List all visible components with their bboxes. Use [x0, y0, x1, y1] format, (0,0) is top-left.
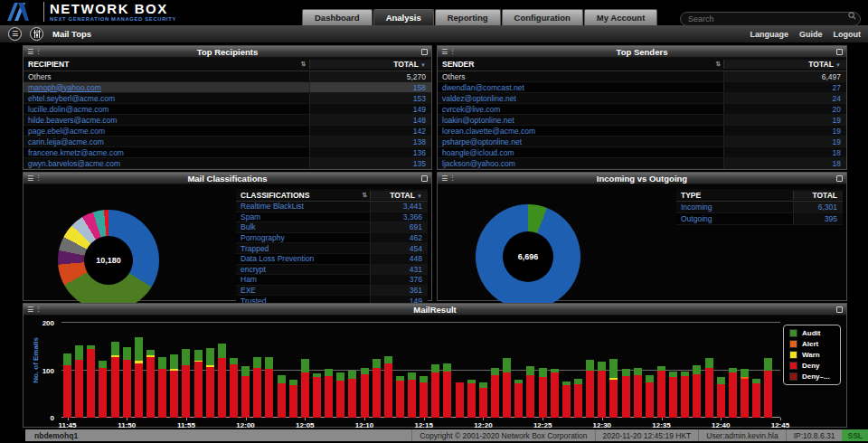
row-link[interactable]: cvrcek@live.com [438, 105, 723, 114]
settings-sliders-icon[interactable]: ⫶ [451, 173, 453, 184]
bar-27[interactable] [384, 356, 392, 418]
list-icon[interactable]: ☰ [27, 173, 33, 184]
bar-18[interactable] [278, 375, 286, 418]
column-header-classifications[interactable]: CLASSIFICATIONS⇅ [236, 191, 370, 200]
row-link[interactable]: Spam [236, 212, 370, 222]
bar-14[interactable] [230, 358, 238, 418]
row-link[interactable]: encrypt [236, 265, 370, 274]
bar-2[interactable] [87, 345, 95, 418]
bar-7[interactable] [146, 350, 155, 418]
bar-5[interactable] [123, 347, 131, 418]
tab-configuration[interactable]: Configuration [502, 9, 583, 25]
bar-31[interactable] [431, 364, 439, 418]
bar-17[interactable] [265, 357, 273, 418]
bar-26[interactable] [373, 359, 381, 418]
column-header-total[interactable]: TOTAL ▼ [723, 60, 846, 69]
bar-47[interactable] [622, 369, 630, 418]
bar-32[interactable] [443, 363, 451, 418]
bar-53[interactable] [693, 365, 701, 418]
bar-54[interactable] [705, 358, 713, 418]
bar-22[interactable] [325, 369, 333, 418]
bar-28[interactable] [396, 376, 404, 418]
classifications-donut-chart[interactable]: 10,180 [58, 210, 159, 311]
bar-15[interactable] [241, 366, 250, 418]
bar-39[interactable] [526, 366, 534, 418]
language-link[interactable]: Language [750, 30, 788, 39]
bar-57[interactable] [741, 369, 749, 418]
tab-reporting[interactable]: Reporting [435, 9, 501, 25]
bar-20[interactable] [301, 359, 309, 418]
row-link[interactable]: francene.kmetz@acme.com [24, 148, 309, 157]
list-icon[interactable]: ☰ [27, 46, 33, 58]
search-icon[interactable] [848, 12, 856, 20]
row-link[interactable]: Realtime BlackList [236, 202, 370, 211]
bar-56[interactable] [729, 368, 737, 418]
bar-30[interactable] [420, 376, 428, 418]
list-icon[interactable]: ☰ [441, 173, 448, 184]
bar-29[interactable] [408, 372, 416, 418]
bar-52[interactable] [681, 372, 689, 418]
row-link[interactable]: Pornography [236, 233, 370, 242]
row-link[interactable]: ljackson@yahoo.com [438, 159, 723, 168]
sort-icon[interactable]: ⇅ [716, 61, 722, 68]
settings-sliders-icon[interactable]: ⫶ [451, 46, 453, 58]
bar-49[interactable] [646, 375, 654, 418]
bar-45[interactable] [598, 362, 606, 418]
row-link[interactable]: dwendlan@comcast.net [438, 83, 723, 92]
row-link[interactable]: Data Loss Prevention [236, 254, 370, 263]
bar-6[interactable] [135, 337, 143, 418]
bar-58[interactable] [752, 379, 760, 418]
list-icon[interactable]: ☰ [441, 46, 448, 58]
row-link[interactable]: valdez@optonline.net [438, 94, 723, 103]
row-link[interactable]: loakin@optonline.net [438, 116, 723, 125]
row-link[interactable]: lorean.clavette@acme.com [438, 127, 723, 136]
bar-11[interactable] [194, 350, 203, 418]
column-header-sender[interactable]: SENDER⇅ [438, 60, 723, 69]
row-link[interactable]: manoph@yahoo.com [24, 83, 309, 92]
bar-48[interactable] [634, 368, 642, 418]
bar-38[interactable] [514, 380, 523, 418]
bar-35[interactable] [479, 382, 487, 418]
popout-icon[interactable] [836, 306, 843, 313]
column-header-recipient[interactable]: RECIPIENT⇅ [24, 60, 309, 69]
popout-icon[interactable] [836, 49, 843, 55]
filter-sliders-icon[interactable] [30, 27, 43, 41]
bar-37[interactable] [503, 358, 511, 418]
list-icon[interactable]: ☰ [27, 304, 33, 316]
row-link[interactable]: ehtel.seyberl@acme.com [24, 94, 309, 103]
column-header-total[interactable]: TOTAL [793, 191, 843, 200]
row-link[interactable]: Bulk [236, 222, 370, 231]
bar-59[interactable] [764, 358, 772, 418]
incoming-outgoing-donut-chart[interactable]: 6,696 [476, 204, 580, 309]
row-link[interactable]: psharpe@optonline.net [438, 137, 723, 146]
bar-19[interactable] [289, 380, 297, 418]
bar-36[interactable] [491, 368, 499, 418]
bar-10[interactable] [182, 349, 190, 418]
bar-9[interactable] [170, 354, 178, 418]
popout-icon[interactable] [421, 175, 428, 182]
row-link[interactable]: lucille.dolin@acme.com [24, 105, 309, 114]
bar-12[interactable] [206, 348, 214, 418]
bar-21[interactable] [313, 373, 321, 418]
row-link[interactable]: Ham [236, 275, 370, 284]
tab-analysis[interactable]: Analysis [373, 9, 434, 25]
bar-33[interactable] [456, 382, 464, 418]
settings-sliders-icon[interactable]: ⫶ [37, 173, 39, 184]
column-header-total[interactable]: TOTAL ▼ [309, 60, 431, 69]
bar-40[interactable] [539, 368, 547, 418]
bar-34[interactable] [467, 380, 476, 418]
row-link[interactable]: Outgoing [676, 214, 793, 223]
sort-icon[interactable]: ⇅ [301, 61, 307, 68]
bar-1[interactable] [75, 345, 83, 418]
bar-41[interactable] [551, 369, 559, 418]
bar-51[interactable] [669, 372, 677, 418]
menu-icon[interactable]: ☰ [8, 27, 22, 41]
column-header-type[interactable]: TYPE [676, 191, 793, 200]
bar-24[interactable] [348, 371, 356, 418]
row-link[interactable]: Incoming [676, 203, 793, 212]
bar-8[interactable] [158, 357, 166, 418]
bar-4[interactable] [111, 342, 119, 418]
bar-13[interactable] [218, 344, 226, 418]
bar-46[interactable] [609, 359, 618, 418]
row-link[interactable]: EXE [236, 286, 370, 295]
